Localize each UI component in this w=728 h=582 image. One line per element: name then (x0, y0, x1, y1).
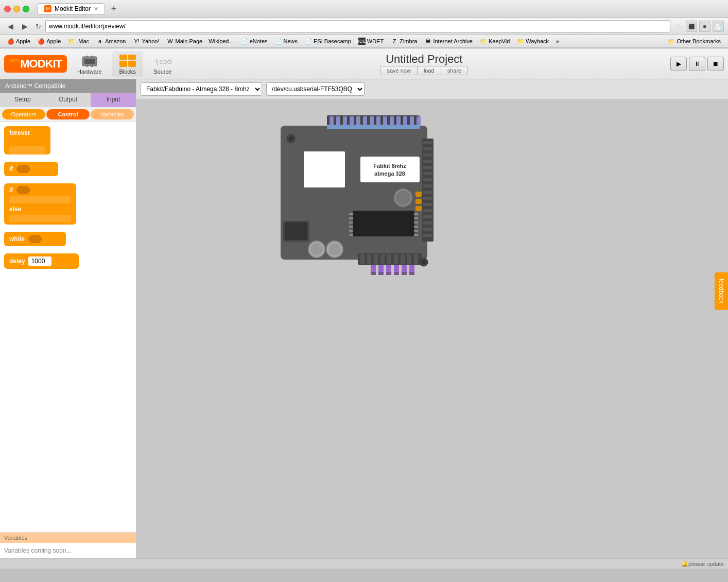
delay-value-input[interactable] (28, 256, 51, 266)
forever-block[interactable]: forever (4, 126, 50, 155)
bookmark-more[interactable]: » (553, 37, 562, 45)
tab-setup[interactable]: Setup (0, 93, 45, 107)
board-select[interactable]: Fabkit/Fabduino - Atmega 328 - 8mhz (141, 82, 262, 96)
blocks-icon (118, 53, 137, 69)
bookmark-mac[interactable]: 📁 .Mac (65, 37, 92, 46)
if-block-1-wrap: if (4, 162, 132, 176)
svg-rect-88 (409, 265, 414, 273)
tab-input[interactable]: Input (91, 93, 136, 107)
bookmark-apple-1[interactable]: 🍎 Apple (4, 37, 33, 46)
svg-text:{code}: {code} (155, 58, 172, 65)
bookmark-news[interactable]: 📄 News (272, 37, 301, 46)
category-tabs: Operators Control Variables (0, 107, 136, 122)
board-container: Fabkit 8mhz atmega 328 (275, 110, 435, 277)
svg-rect-91 (386, 272, 391, 275)
forward-button[interactable]: ▶ (19, 20, 31, 32)
bookmark-wayback[interactable]: 📁 Wayback (514, 37, 552, 46)
extension-icon-3[interactable]: 📄 (713, 21, 724, 32)
play-button[interactable]: ▶ (670, 57, 687, 71)
svg-rect-3 (91, 56, 93, 58)
project-info: Untitled Project save now load share (182, 53, 666, 75)
new-tab-button[interactable]: + (108, 3, 119, 14)
svg-rect-82 (414, 254, 418, 264)
browser-tab[interactable]: M Modkit Editor ✕ (38, 3, 105, 14)
stop-button[interactable]: ⏹ (707, 57, 724, 71)
main-layout: Arduino™ Compatible Setup Output Input O… (0, 79, 728, 558)
if-block-1[interactable]: if (4, 162, 58, 176)
while-condition-slot (28, 235, 42, 243)
svg-rect-65 (414, 230, 418, 232)
bookmark-other[interactable]: 📁 Other Bookmarks (665, 37, 724, 46)
svg-rect-89 (371, 272, 376, 275)
svg-rect-42 (423, 221, 432, 225)
tab-title: Modkit Editor (55, 5, 91, 12)
bookmark-zimbra[interactable]: Z Zimbra (388, 37, 420, 46)
svg-rect-34 (423, 172, 432, 175)
svg-point-70 (310, 243, 323, 255)
pause-button[interactable]: ⏸ (689, 57, 705, 71)
modkit-app: BETA MODKIT Hardware (0, 48, 728, 569)
cat-control[interactable]: Control (46, 109, 90, 119)
bookmark-apple-2[interactable]: 🍎 Apple (34, 37, 64, 46)
bookmark-wdet[interactable]: WDET WDET (355, 37, 387, 46)
while-block[interactable]: while (4, 232, 66, 246)
address-bar[interactable] (45, 20, 670, 32)
forever-mouth (9, 146, 45, 155)
svg-rect-87 (402, 265, 407, 273)
extension-icon-1[interactable]: ⬛ (686, 21, 697, 32)
update-notice: please update (688, 561, 724, 567)
svg-rect-74 (360, 254, 365, 264)
svg-rect-64 (414, 226, 418, 228)
bookmark-keepvid[interactable]: 📁 KeepVid (477, 37, 513, 46)
sidebar: Arduino™ Compatible Setup Output Input O… (0, 79, 136, 558)
svg-rect-32 (423, 160, 432, 163)
browser-chrome: M Modkit Editor ✕ + ◀ ▶ ↻ ☆ ⬛ ≡ 📄 🍎 Appl… (0, 0, 728, 48)
minimize-window-button[interactable] (13, 6, 20, 12)
bookmark-enotes[interactable]: 📄 eNotes (238, 37, 271, 46)
svg-rect-90 (378, 272, 384, 275)
blocks-tool[interactable]: Blocks (112, 51, 143, 77)
svg-rect-40 (423, 209, 432, 212)
cat-variables[interactable]: Variables (91, 109, 134, 119)
load-button[interactable]: load (418, 66, 441, 75)
extension-icon-2[interactable]: ≡ (699, 21, 710, 32)
bookmark-archive[interactable]: 🏛 Internet Archive (421, 37, 475, 46)
svg-rect-93 (402, 272, 407, 275)
delay-block[interactable]: delay (4, 253, 79, 269)
canvas-toolbar: Fabkit/Fabduino - Atmega 328 - 8mhz /dev… (136, 79, 728, 99)
svg-rect-43 (423, 228, 432, 231)
share-button[interactable]: share (441, 66, 468, 75)
source-tool[interactable]: {code} Source (147, 51, 178, 77)
bookmark-yahoo[interactable]: Y! Yahoo! (130, 37, 162, 46)
svg-rect-66 (414, 234, 418, 236)
maximize-window-button[interactable] (23, 6, 29, 12)
bookmark-star-icon[interactable]: ☆ (674, 22, 682, 31)
if-else-block-wrap: if else (4, 183, 132, 225)
cat-operators[interactable]: Operators (2, 109, 45, 119)
yahoo-icon: Y! (133, 38, 140, 45)
close-window-button[interactable] (4, 6, 11, 12)
hardware-tool[interactable]: Hardware (71, 51, 108, 77)
back-button[interactable]: ◀ (4, 20, 16, 32)
main-canvas: Fabkit/Fabduino - Atmega 328 - 8mhz /dev… (136, 79, 728, 558)
folder-icon: 📁 (68, 38, 75, 45)
tab-close-button[interactable]: ✕ (94, 6, 98, 12)
if-row: if (9, 186, 71, 194)
if-condition-slot-2 (16, 186, 30, 194)
refresh-button[interactable]: ↻ (33, 21, 43, 31)
bookmark-amazon[interactable]: a Amazon (93, 37, 129, 46)
svg-text:atmega 328: atmega 328 (374, 170, 405, 177)
svg-rect-61 (414, 213, 418, 215)
svg-rect-59 (349, 230, 353, 232)
tab-output[interactable]: Output (45, 93, 91, 107)
svg-rect-2 (86, 56, 88, 58)
bookmark-wikipedia[interactable]: W Main Page – Wikiped... (164, 37, 237, 46)
port-select[interactable]: /dev/cu.usbserial-FTF53QBQ (266, 82, 365, 96)
app-header: BETA MODKIT Hardware (0, 48, 728, 79)
feedback-tab[interactable]: feedback (715, 272, 728, 310)
svg-rect-76 (374, 254, 378, 264)
bookmark-label-enotes: eNotes (250, 38, 268, 44)
if-else-container[interactable]: if else (4, 183, 76, 225)
save-now-button[interactable]: save now (380, 66, 417, 75)
bookmark-basecamp[interactable]: 📄 ESI Basecamp (302, 37, 354, 46)
